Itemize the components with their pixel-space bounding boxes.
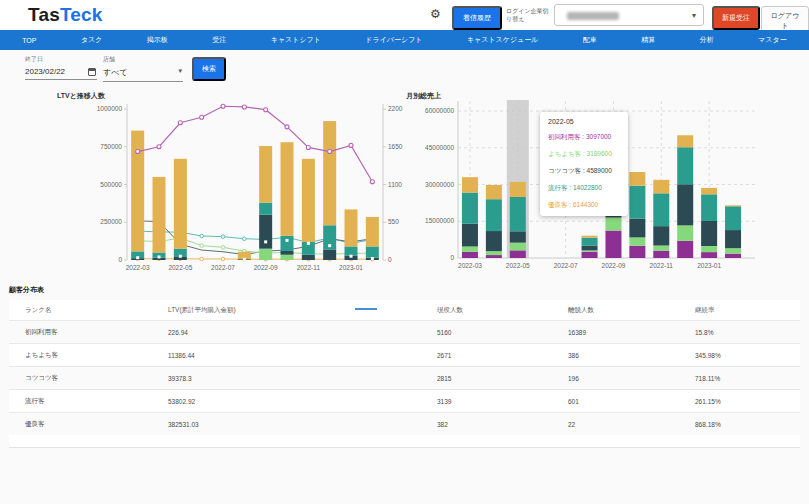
bar-segment[interactable] [302, 255, 315, 260]
bar-segment[interactable] [153, 177, 166, 253]
bar-segment[interactable] [259, 215, 272, 249]
new-order-button[interactable]: 新規受注 [712, 6, 760, 30]
bar-segment[interactable] [174, 159, 187, 249]
gear-icon[interactable]: ⚙ [430, 7, 441, 21]
bar-segment[interactable] [725, 248, 741, 253]
bar-segment[interactable] [653, 251, 669, 258]
nav-item-3[interactable]: 受注 [212, 35, 226, 45]
bar-segment[interactable] [345, 246, 358, 255]
bar-segment[interactable] [323, 121, 336, 225]
bar-segment[interactable] [486, 231, 502, 251]
nav-item-1[interactable]: タスク [81, 35, 103, 45]
bar-segment[interactable] [510, 250, 526, 258]
bar-segment[interactable] [582, 252, 598, 258]
bar-segment[interactable] [486, 251, 502, 255]
y2-axis-label: 0 [388, 256, 392, 263]
bar-segment[interactable] [510, 243, 526, 251]
bar-segment[interactable] [281, 255, 294, 260]
bar-segment[interactable] [486, 199, 502, 231]
bar-segment[interactable] [629, 246, 645, 258]
column-header: ランク名 [25, 306, 168, 315]
bar-segment[interactable] [629, 219, 645, 238]
bar-segment[interactable] [259, 203, 272, 215]
bar-segment[interactable] [462, 246, 478, 251]
bar-segment[interactable] [701, 194, 717, 221]
table-cell: 868.18% [695, 421, 800, 428]
bar-segment[interactable] [725, 206, 741, 230]
nav-item-0[interactable]: TOP [22, 37, 36, 44]
bar-segment[interactable] [653, 246, 669, 251]
bar-segment[interactable] [323, 249, 336, 260]
tooltip-entry: 優良客 : 6144300 [548, 201, 620, 210]
nav-item-7[interactable]: 配車 [583, 35, 597, 45]
bar-segment[interactable] [462, 177, 478, 192]
end-date-label: 終了日 [25, 55, 97, 64]
bar-segment[interactable] [605, 231, 621, 258]
store-label: 店舗 [103, 55, 183, 64]
bar-segment[interactable] [701, 188, 717, 194]
bar-segment[interactable] [677, 135, 693, 147]
end-date-field[interactable]: 終了日 2023/02/22 [25, 55, 97, 80]
table-cell: 345.98% [695, 352, 800, 359]
nav-item-2[interactable]: 掲示板 [147, 35, 168, 45]
bar-segment[interactable] [629, 186, 645, 219]
table-cell: 11386.44 [168, 352, 437, 359]
bar-segment[interactable] [486, 255, 502, 258]
tooltip-entry: 初回利用客 : 3097000 [548, 133, 620, 142]
bar-segment[interactable] [462, 193, 478, 224]
bar-segment[interactable] [677, 184, 693, 225]
store-field[interactable]: 店舗 すべて▾ [103, 55, 183, 82]
bar-segment[interactable] [259, 146, 272, 203]
nav-item-5[interactable]: ドライバーシフト [365, 35, 422, 45]
bar-segment[interactable] [653, 193, 669, 226]
bar-segment[interactable] [281, 142, 294, 236]
bar-segment[interactable] [510, 231, 526, 242]
bar-segment[interactable] [281, 236, 294, 251]
nav-item-10[interactable]: マスター [758, 35, 787, 45]
bar-segment[interactable] [510, 197, 526, 231]
bar-segment[interactable] [677, 147, 693, 184]
bar-segment[interactable] [462, 224, 478, 247]
bar-segment[interactable] [677, 225, 693, 240]
bar-segment[interactable] [725, 254, 741, 258]
bar-segment[interactable] [582, 236, 598, 238]
bar-segment[interactable] [345, 209, 358, 246]
bar-segment[interactable] [302, 159, 315, 242]
store-value[interactable]: すべて▾ [103, 67, 183, 82]
company-select[interactable]: ▾ [554, 4, 704, 26]
bar-segment[interactable] [281, 251, 294, 255]
bar-segment[interactable] [701, 252, 717, 258]
nav-item-9[interactable]: 分析 [700, 35, 714, 45]
incoming-history-button[interactable]: 着信履歴 [452, 6, 502, 30]
nav-item-6[interactable]: キャストスケジュール [467, 35, 538, 45]
bar-segment[interactable] [259, 249, 272, 260]
bar-segment[interactable] [510, 182, 526, 197]
bar-segment[interactable] [629, 237, 645, 245]
bar-segment[interactable] [462, 252, 478, 258]
bar-segment[interactable] [701, 221, 717, 246]
bar-segment[interactable] [486, 185, 502, 199]
bar-segment[interactable] [582, 238, 598, 246]
bar-segment[interactable] [366, 246, 379, 257]
nav-item-4[interactable]: キャストシフト [271, 35, 321, 45]
bar-segment[interactable] [582, 250, 598, 251]
bar-segment[interactable] [629, 172, 645, 186]
bar-segment[interactable] [653, 226, 669, 245]
line-orange [136, 257, 374, 261]
table-header-row: ランク名LTV(累計平均購入金額)現役人数離脱人数継続率 [9, 300, 800, 320]
bar-segment[interactable] [605, 218, 621, 231]
bar-segment[interactable] [131, 131, 144, 252]
bar-segment[interactable] [366, 217, 379, 246]
bar-segment[interactable] [701, 246, 717, 252]
search-button[interactable]: 検索 [192, 57, 226, 81]
y-axis-label: 60000000 [425, 107, 454, 114]
bar-segment[interactable] [725, 230, 741, 248]
bar-segment[interactable] [677, 241, 693, 258]
nav-item-8[interactable]: 精算 [641, 35, 655, 45]
app-logo: TasTeck [28, 4, 103, 26]
bar-segment[interactable] [653, 180, 669, 193]
end-date-value[interactable]: 2023/02/22 [25, 67, 97, 80]
bar-segment[interactable] [725, 205, 741, 206]
bar-segment[interactable] [582, 246, 598, 251]
calendar-icon[interactable] [88, 68, 96, 76]
